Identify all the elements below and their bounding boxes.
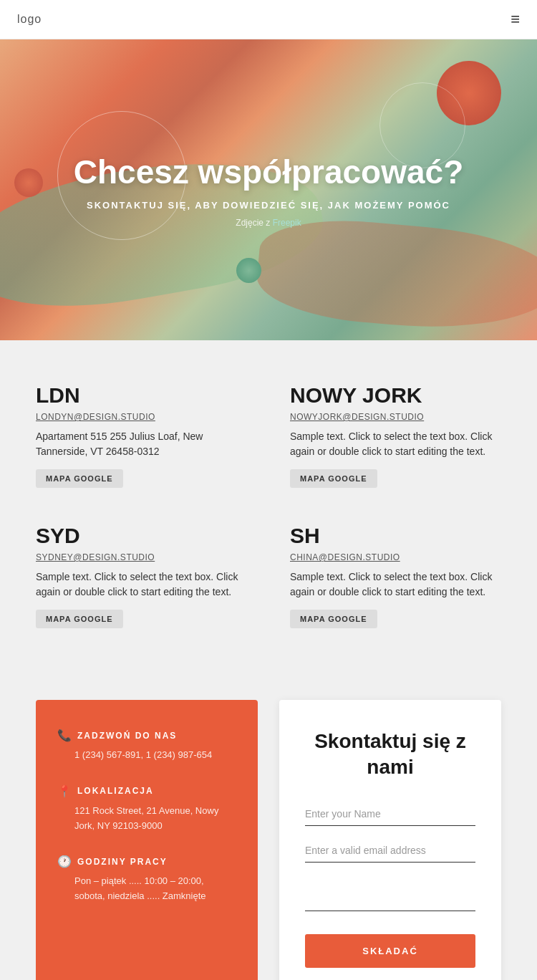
offices-grid: LDN LONDYN@DESIGN.STUDIO Apartament 515 … [36, 383, 501, 628]
contact-form-card: Skontaktuj się z nami SKŁADAĆ [279, 700, 501, 980]
offices-section: LDN LONDYN@DESIGN.STUDIO Apartament 515 … [0, 340, 537, 678]
contact-hours-label: GODZINY PRACY [77, 857, 168, 867]
hero-circle-left [14, 168, 43, 197]
contact-info-card: 📞 ZADZWOŃ DO NAS 1 (234) 567-891, 1 (234… [36, 700, 258, 980]
office-city-ny: NOWY JORK [290, 383, 501, 408]
contact-phone-item: 📞 ZADZWOŃ DO NAS 1 (234) 567-891, 1 (234… [57, 729, 236, 763]
form-title: Skontaktuj się z nami [305, 729, 475, 781]
hero-subtitle: SKONTAKTUJ SIĘ, ABY DOWIEDZIEĆ SIĘ, JAK … [74, 200, 464, 211]
phone-icon: 📞 [57, 729, 72, 742]
hero-credit-link[interactable]: Freepik [273, 218, 301, 228]
map-btn-sh[interactable]: MAPA GOOGLE [290, 610, 377, 628]
office-card-sh: SH CHINA@DESIGN.STUDIO Sample text. Clic… [290, 524, 501, 628]
contact-location-label: LOKALIZACJA [77, 786, 154, 796]
contact-phone-header: 📞 ZADZWOŃ DO NAS [57, 729, 236, 742]
hero-circle-bottom [236, 258, 261, 283]
map-btn-syd[interactable]: MAPA GOOGLE [36, 610, 123, 628]
location-icon: 📍 [57, 784, 72, 798]
submit-button[interactable]: SKŁADAĆ [305, 934, 475, 968]
contact-hours-item: 🕐 GODZINY PRACY Pon – piątek ..... 10:00… [57, 855, 236, 904]
office-email-syd[interactable]: SYDNEY@DESIGN.STUDIO [36, 552, 247, 562]
logo: logo [17, 13, 42, 26]
clock-icon: 🕐 [57, 855, 72, 868]
office-address-ny: Sample text. Click to select the text bo… [290, 429, 501, 459]
office-email-ny[interactable]: NOWYJORK@DESIGN.STUDIO [290, 412, 501, 422]
contact-location-value: 121 Rock Street, 21 Avenue, Nowy Jork, N… [57, 804, 236, 834]
navbar: logo ≡ [0, 0, 537, 39]
office-email-sh[interactable]: CHINA@DESIGN.STUDIO [290, 552, 501, 562]
contact-location-item: 📍 LOKALIZACJA 121 Rock Street, 21 Avenue… [57, 784, 236, 834]
email-input[interactable] [305, 839, 475, 863]
office-card-syd: SYD SYDNEY@DESIGN.STUDIO Sample text. Cl… [36, 524, 247, 628]
map-btn-ldn[interactable]: MAPA GOOGLE [36, 469, 123, 488]
office-email-ldn[interactable]: LONDYN@DESIGN.STUDIO [36, 412, 247, 422]
contact-section: 📞 ZADZWOŃ DO NAS 1 (234) 567-891, 1 (234… [0, 678, 537, 980]
hero-credit-prefix: Zdjęcie z [236, 218, 272, 228]
office-card-ldn: LDN LONDYN@DESIGN.STUDIO Apartament 515 … [36, 383, 247, 488]
message-textarea[interactable] [305, 875, 475, 911]
map-btn-ny[interactable]: MAPA GOOGLE [290, 469, 377, 488]
hamburger-icon[interactable]: ≡ [511, 10, 520, 29]
contact-hours-value: Pon – piątek ..... 10:00 – 20:00, sobota… [57, 874, 236, 904]
office-address-sh: Sample text. Click to select the text bo… [290, 570, 501, 600]
hero-section: Chcesz współpracować? SKONTAKTUJ SIĘ, AB… [0, 39, 537, 340]
hero-credit: Zdjęcie z Freepik [74, 218, 464, 228]
office-address-ldn: Apartament 515 255 Julius Loaf, New Tann… [36, 429, 247, 459]
name-field-wrapper [305, 802, 475, 826]
contact-hours-header: 🕐 GODZINY PRACY [57, 855, 236, 868]
email-field-wrapper [305, 839, 475, 863]
contact-phone-value: 1 (234) 567-891, 1 (234) 987-654 [57, 748, 236, 763]
contact-phone-label: ZADZWOŃ DO NAS [77, 731, 177, 741]
office-city-ldn: LDN [36, 383, 247, 408]
name-input[interactable] [305, 802, 475, 826]
office-city-syd: SYD [36, 524, 247, 548]
office-address-syd: Sample text. Click to select the text bo… [36, 570, 247, 600]
hero-title: Chcesz współpracować? [74, 153, 464, 191]
office-city-sh: SH [290, 524, 501, 548]
message-field-wrapper [305, 875, 475, 914]
hero-content: Chcesz współpracować? SKONTAKTUJ SIĘ, AB… [45, 153, 493, 228]
contact-location-header: 📍 LOKALIZACJA [57, 784, 236, 798]
office-card-ny: NOWY JORK NOWYJORK@DESIGN.STUDIO Sample … [290, 383, 501, 488]
